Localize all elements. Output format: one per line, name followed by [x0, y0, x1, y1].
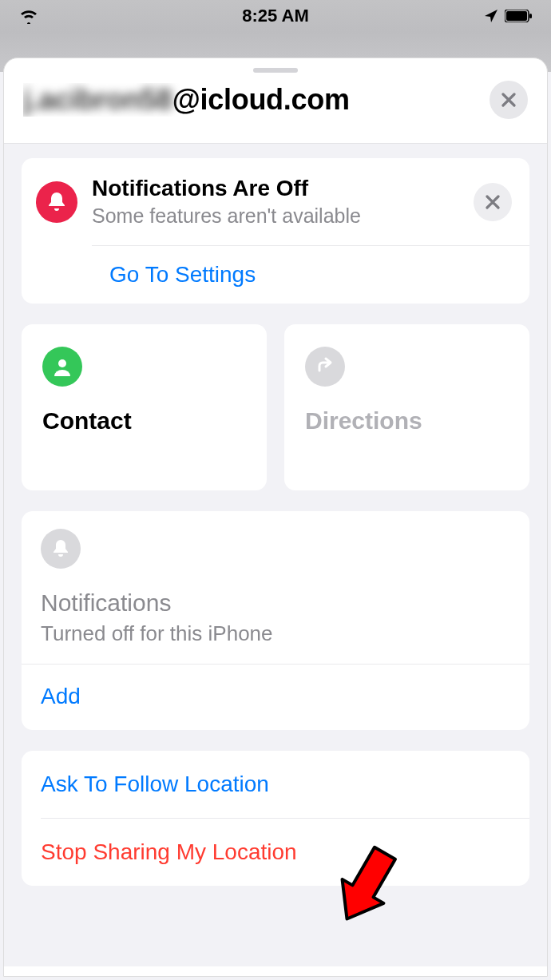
directions-label: Directions — [305, 407, 509, 434]
go-to-settings-link[interactable]: Go To Settings — [109, 262, 256, 287]
directions-tile: Directions — [284, 324, 529, 490]
bell-icon — [41, 529, 81, 569]
notifications-title: Notifications — [41, 589, 510, 617]
title-suffix: @icloud.com — [172, 83, 350, 116]
status-bar: 8:25 AM — [0, 0, 551, 32]
close-button[interactable] — [490, 81, 528, 119]
notifications-section: Notifications Turned off for this iPhone… — [22, 511, 529, 730]
ask-to-follow-location-button[interactable]: Ask To Follow Location — [22, 751, 529, 818]
contact-tile[interactable]: Contact — [22, 324, 267, 490]
bell-icon — [36, 181, 77, 223]
close-icon — [486, 195, 500, 209]
banner-subtitle: Some features aren't available — [92, 204, 459, 228]
sheet-header: j.acibron58@icloud.com — [4, 81, 547, 143]
svg-point-3 — [58, 359, 66, 367]
svg-rect-2 — [529, 14, 532, 18]
banner-title: Notifications Are Off — [92, 176, 459, 201]
action-tiles: Contact Directions — [22, 324, 529, 490]
wifi-icon — [19, 8, 38, 24]
location-actions: Ask To Follow Location Stop Sharing My L… — [22, 751, 529, 886]
contact-sheet: j.acibron58@icloud.com Notifications Are… — [3, 58, 548, 977]
notifications-subtitle: Turned off for this iPhone — [41, 621, 510, 646]
title-blurred-part: j.acibron58 — [23, 83, 172, 116]
svg-rect-1 — [506, 11, 527, 21]
sheet-grabber[interactable] — [253, 68, 298, 73]
stop-sharing-my-location-button[interactable]: Stop Sharing My Location — [22, 819, 529, 886]
add-notification-button[interactable]: Add — [41, 684, 81, 708]
location-arrow-icon — [484, 9, 498, 23]
status-time: 8:25 AM — [242, 6, 309, 26]
directions-icon — [305, 347, 345, 387]
notifications-off-banner: Notifications Are Off Some features aren… — [22, 158, 529, 304]
sheet-title: j.acibron58@icloud.com — [23, 83, 482, 117]
close-icon — [501, 93, 516, 107]
person-icon — [42, 347, 82, 387]
dismiss-banner-button[interactable] — [474, 183, 512, 221]
battery-icon — [505, 10, 532, 22]
contact-label: Contact — [42, 407, 246, 434]
sheet-body: Notifications Are Off Some features aren… — [4, 143, 547, 966]
